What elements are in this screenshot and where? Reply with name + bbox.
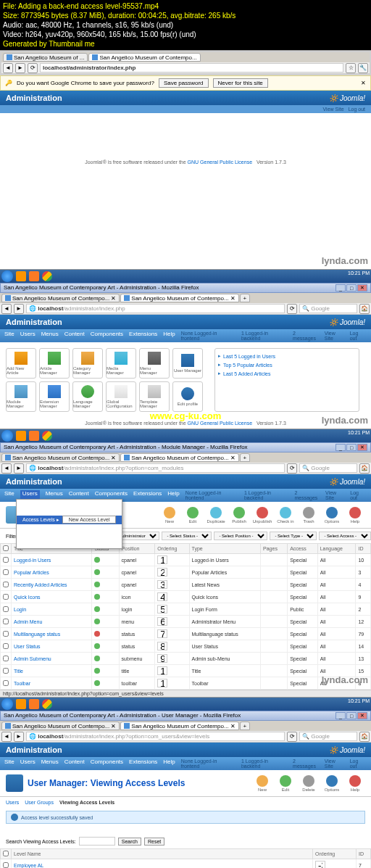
article-manager-icon[interactable]: Article Manager: [39, 348, 70, 379]
url-input[interactable]: 🌐 localhost/administrator/index.php?opti…: [26, 732, 285, 741]
row-checkbox[interactable]: [3, 619, 9, 624]
url-input[interactable]: 🌐 localhost/administrator/index.php?opti…: [26, 463, 285, 473]
back-button[interactable]: ◄: [1, 732, 12, 742]
dd-user-manager[interactable]: User Manager: [17, 500, 122, 508]
new-tab-button[interactable]: +: [240, 453, 251, 462]
subnav-users[interactable]: Users: [6, 800, 19, 805]
url-input[interactable]: 🌐 localhost/administrator/index.php: [26, 304, 285, 313]
delete-button[interactable]: Delete: [299, 775, 319, 792]
options-button[interactable]: Options: [322, 775, 342, 792]
forward-button[interactable]: ►: [15, 63, 25, 73]
order-input[interactable]: [157, 642, 167, 650]
select-status[interactable]: - Select Status -: [162, 532, 212, 540]
module-link[interactable]: Title: [14, 669, 23, 674]
xampp-taskbar-icon[interactable]: [29, 271, 39, 281]
search-button[interactable]: Search: [118, 838, 141, 846]
duplicate-button[interactable]: Duplicate: [206, 507, 226, 524]
module-link[interactable]: Login: [14, 607, 26, 612]
maximize-button[interactable]: □: [346, 712, 357, 719]
select-access[interactable]: - Select Access -: [319, 532, 371, 540]
menu-extensions[interactable]: Extensions: [129, 759, 157, 769]
dd-note-categories[interactable]: Note Categories: [17, 532, 122, 540]
row-checkbox[interactable]: [3, 557, 9, 563]
gpl-link[interactable]: GNU General Public License: [188, 160, 253, 165]
tab-2[interactable]: San Angelico Museum of Contempo... ✕: [120, 453, 238, 462]
module-link[interactable]: Admin Submenu: [14, 656, 51, 661]
module-link[interactable]: Multilanguage status: [14, 632, 60, 637]
forward-button[interactable]: ►: [14, 304, 24, 314]
row-checkbox[interactable]: [3, 631, 9, 637]
menu-extensions[interactable]: Extensions: [133, 490, 162, 500]
minimize-button[interactable]: _: [335, 712, 346, 719]
menu-extensions[interactable]: Extensions: [129, 331, 157, 341]
user-manager-icon[interactable]: User Manager: [172, 348, 203, 379]
category-manager-icon[interactable]: Category Manager: [72, 348, 103, 379]
menu-manager-icon[interactable]: Menu Manager: [139, 348, 170, 379]
menu-content[interactable]: Content: [64, 331, 85, 341]
last5-added[interactable]: ▸Last 5 Added Articles: [218, 369, 356, 378]
dd-mass-mail[interactable]: Mass Mail Users: [17, 540, 122, 548]
module-link[interactable]: Logged-in Users: [14, 558, 51, 563]
reload-button[interactable]: ⟳: [287, 304, 297, 314]
status-icon[interactable]: [94, 569, 100, 575]
order-input[interactable]: [157, 580, 167, 589]
home-button[interactable]: 🏠: [359, 732, 370, 742]
col-name[interactable]: Level Name: [12, 849, 313, 859]
new-tab-button[interactable]: +: [240, 722, 251, 730]
tab-1[interactable]: San Angelico Museum of Contempo... ✕: [1, 722, 120, 730]
save-password-button[interactable]: Save password: [159, 78, 209, 88]
status-icon[interactable]: [94, 643, 100, 649]
menu-users[interactable]: Users: [20, 759, 36, 769]
reload-button[interactable]: ⟳: [28, 63, 38, 73]
search-input[interactable]: 🔍 Google: [299, 463, 357, 473]
status-icon[interactable]: [94, 668, 100, 674]
module-link[interactable]: Popular Articles: [14, 570, 49, 575]
edit-profile-icon[interactable]: Edit profile: [172, 381, 203, 412]
row-checkbox[interactable]: [3, 656, 9, 661]
logout-link[interactable]: Log out: [350, 331, 367, 341]
row-checkbox[interactable]: [3, 668, 9, 674]
level-link[interactable]: Employee AL: [14, 863, 43, 868]
status-icon[interactable]: [94, 594, 100, 600]
reset-button[interactable]: Reset: [144, 838, 164, 846]
tab-1[interactable]: San Angelico Museum of Contempo... ✕: [1, 453, 120, 462]
tab-2[interactable]: San Angelico Museum of Contempo...: [88, 53, 200, 62]
row-checkbox[interactable]: [3, 569, 9, 575]
module-link[interactable]: Quick Icons: [14, 595, 41, 600]
status-icon[interactable]: [94, 582, 100, 587]
select-position[interactable]: - Select Position -: [214, 532, 267, 540]
menu-site[interactable]: Site: [4, 490, 14, 500]
row-checkbox[interactable]: [3, 862, 9, 868]
order-input[interactable]: [157, 629, 167, 638]
back-button[interactable]: ◄: [1, 463, 12, 474]
dd-user-notes[interactable]: User Notes: [17, 524, 122, 532]
logout-link[interactable]: Log out: [350, 759, 367, 769]
menu-help[interactable]: Help: [163, 331, 175, 341]
col-ordering[interactable]: Ordering: [155, 544, 189, 554]
logout-link[interactable]: Log out: [349, 107, 365, 112]
language-manager-icon[interactable]: Language Manager: [72, 381, 103, 412]
order-input[interactable]: [157, 592, 167, 601]
messages-count[interactable]: 2 messages: [293, 759, 320, 769]
wrench-icon[interactable]: 🔧: [358, 63, 368, 73]
close-icon[interactable]: ✕: [361, 80, 366, 86]
col-id[interactable]: ID: [357, 849, 371, 859]
tab-1[interactable]: San Angelico Museum of Contempo... ✕: [1, 294, 120, 302]
tab-1[interactable]: San Angelico Museum of ...: [3, 53, 88, 62]
menu-help[interactable]: Help: [167, 490, 179, 500]
col-type[interactable]: Type: [189, 544, 261, 554]
new-button[interactable]: New: [252, 775, 272, 792]
last5-login[interactable]: ▸Last 5 Logged in Users: [218, 352, 356, 360]
search-input[interactable]: 🔍 Google: [299, 732, 357, 741]
order-input[interactable]: [157, 568, 167, 576]
status-icon[interactable]: [94, 631, 100, 637]
chrome-taskbar-icon[interactable]: [42, 271, 52, 281]
menu-content[interactable]: Content: [64, 759, 85, 769]
order-input[interactable]: [157, 666, 167, 675]
menu-components[interactable]: Components: [91, 759, 123, 769]
global-config-icon[interactable]: Global Configuration: [106, 381, 136, 412]
never-password-button[interactable]: Never for this site: [213, 78, 268, 88]
status-icon[interactable]: [94, 619, 100, 624]
messages-count[interactable]: 2 messages: [293, 331, 320, 341]
subnav-levels[interactable]: Viewing Access Levels: [59, 800, 114, 805]
